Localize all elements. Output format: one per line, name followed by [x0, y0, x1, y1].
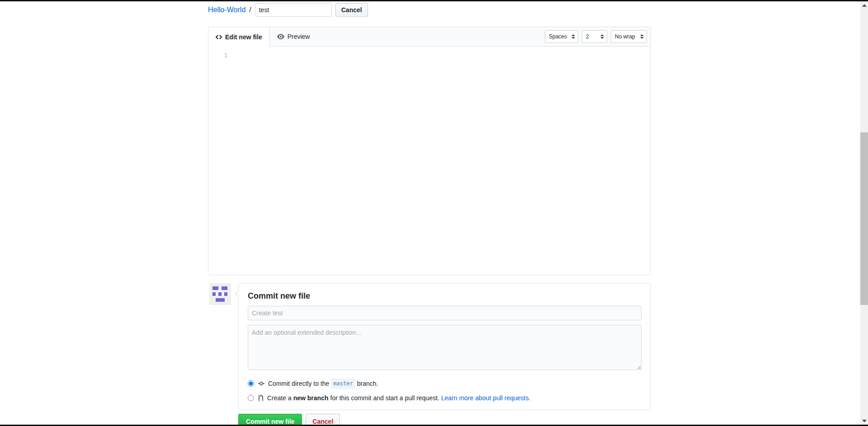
commit-new-branch-row: Create a new branch for this commit and …	[248, 393, 642, 403]
commit-new-branch-radio[interactable]	[248, 395, 254, 401]
new-branch-bold: new branch	[293, 393, 329, 403]
wrap-mode-select[interactable]: No wrap	[611, 30, 647, 43]
commit-description-textarea[interactable]	[248, 325, 642, 370]
window-top-edge	[0, 0, 868, 1]
scrollbar-thumb[interactable]	[860, 132, 868, 305]
commit-summary-input[interactable]	[248, 306, 642, 320]
code-icon	[216, 33, 222, 41]
new-branch-text: Create a	[267, 393, 292, 403]
file-editor: Edit new file Preview Spaces 2	[208, 27, 651, 275]
tab-edit-label: Edit new file	[225, 33, 262, 41]
indent-mode-value: Spaces	[549, 33, 567, 40]
tab-edit-new-file[interactable]: Edit new file	[208, 27, 270, 47]
tab-preview-label: Preview	[288, 33, 310, 40]
branch-name-badge: master	[331, 378, 355, 389]
select-updown-icon	[640, 34, 644, 39]
commit-choice-group: Commit directly to the master branch. Cr…	[248, 378, 642, 403]
repo-link[interactable]: Hello-World	[208, 6, 245, 14]
wrap-mode-value: No wrap	[615, 33, 635, 40]
commit-new-file-button[interactable]: Commit new file	[238, 414, 302, 426]
select-updown-icon	[600, 34, 604, 39]
commit-direct-radio[interactable]	[248, 380, 254, 387]
editor-controls: Spaces 2 No wrap	[545, 27, 651, 46]
breadcrumb-separator: /	[249, 6, 251, 14]
tab-preview[interactable]: Preview	[270, 27, 317, 46]
git-commit-icon	[258, 380, 264, 387]
cancel-edit-button[interactable]: Cancel	[335, 3, 368, 17]
breadcrumb: Hello-World / Cancel	[208, 3, 651, 17]
commit-form: Commit new file Commit directly to the m…	[238, 283, 651, 410]
cancel-commit-button[interactable]: Cancel	[306, 414, 340, 426]
indent-mode-select[interactable]: Spaces	[545, 30, 578, 43]
commit-direct-text-after: branch.	[357, 379, 378, 388]
indent-width-select[interactable]: 2	[582, 30, 607, 43]
select-updown-icon	[571, 34, 575, 39]
commit-direct-text: Commit directly to the	[268, 379, 329, 388]
commit-direct-row: Commit directly to the master branch.	[248, 378, 642, 389]
page: Hello-World / Cancel Edit new file Previ…	[0, 0, 868, 426]
pull-request-help-link[interactable]: Learn more about pull requests.	[441, 393, 531, 403]
git-pull-request-icon	[258, 394, 264, 402]
commit-actions: Commit new file Cancel	[238, 414, 651, 426]
new-branch-text-after: for this commit and start a pull request…	[330, 393, 439, 403]
eye-icon	[277, 33, 284, 40]
vertical-scrollbar[interactable]	[860, 1, 868, 425]
avatar	[209, 283, 231, 305]
code-editor-area[interactable]: 1	[208, 47, 651, 275]
header-spacer	[317, 27, 545, 46]
commit-title: Commit new file	[248, 291, 642, 301]
editor-header: Edit new file Preview Spaces 2	[208, 27, 651, 47]
indent-width-value: 2	[586, 33, 589, 40]
scrollbar-up-icon[interactable]	[860, 1, 868, 9]
line-number: 1	[219, 51, 227, 60]
commit-section: Commit new file Commit directly to the m…	[208, 283, 651, 410]
filename-input[interactable]	[255, 3, 332, 17]
main-content: Hello-World / Cancel Edit new file Previ…	[208, 1, 651, 426]
scrollbar-down-icon[interactable]	[860, 417, 868, 425]
